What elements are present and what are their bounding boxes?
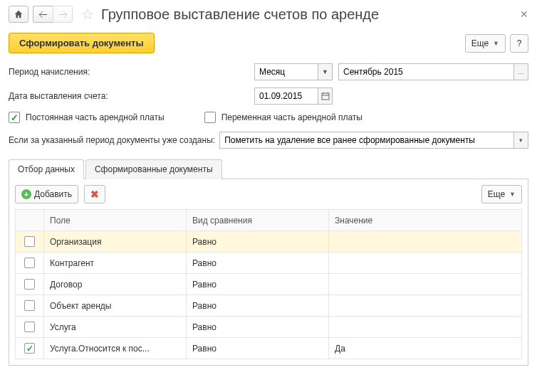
- period-type-dropdown[interactable]: ▼: [318, 63, 333, 80]
- col-checkbox: [16, 210, 44, 231]
- variable-part-label: Переменная часть арендной платы: [221, 112, 363, 122]
- row-checkbox[interactable]: [24, 279, 35, 290]
- date-label: Дата выставления счета:: [9, 91, 254, 101]
- row-checkbox[interactable]: [24, 236, 35, 247]
- period-type-input[interactable]: [254, 63, 318, 80]
- forward-button[interactable]: 🡢: [53, 6, 73, 23]
- cell-field[interactable]: Объект аренды: [44, 295, 187, 317]
- cell-compare[interactable]: Равно: [187, 274, 329, 295]
- table-row[interactable]: КонтрагентРавно: [16, 253, 522, 274]
- row-checkbox[interactable]: [24, 322, 35, 332]
- row-checkbox[interactable]: [24, 300, 35, 311]
- existing-docs-action-dropdown[interactable]: ▾: [514, 132, 528, 149]
- existing-docs-action-input[interactable]: [219, 132, 514, 149]
- cell-field[interactable]: Договор: [44, 274, 187, 295]
- row-checkbox[interactable]: [24, 258, 35, 268]
- generate-documents-button[interactable]: Сформировать документы: [9, 33, 155, 53]
- period-value-picker[interactable]: …: [514, 63, 528, 80]
- variable-part-checkbox[interactable]: [204, 112, 216, 123]
- table-row[interactable]: Объект арендыРавно: [16, 295, 522, 317]
- cell-value[interactable]: Да: [329, 338, 522, 359]
- cell-value[interactable]: [329, 253, 522, 274]
- existing-docs-label: Если за указанный период документы уже с…: [9, 135, 215, 145]
- col-value: Значение: [329, 210, 522, 231]
- help-button[interactable]: ?: [510, 34, 528, 53]
- panel-more-button[interactable]: Еще ▼: [481, 185, 522, 203]
- fixed-part-label: Постоянная часть арендной платы: [26, 112, 165, 122]
- table-row[interactable]: Услуга.Относится к пос...РавноДа: [16, 338, 522, 359]
- more-button[interactable]: Еще ▼: [465, 34, 506, 53]
- date-picker-button[interactable]: [318, 88, 333, 105]
- home-button[interactable]: [9, 6, 28, 23]
- cell-field[interactable]: Организация: [44, 231, 187, 253]
- table-row[interactable]: ДоговорРавно: [16, 274, 522, 295]
- cell-field[interactable]: Контрагент: [44, 253, 187, 274]
- panel-more-label: Еще: [488, 189, 505, 199]
- cell-field[interactable]: Услуга.Относится к пос...: [44, 338, 187, 359]
- close-icon[interactable]: ✕: [520, 9, 528, 20]
- add-button[interactable]: + Добавить: [15, 185, 78, 203]
- tab-generated[interactable]: Сформированные документы: [85, 159, 222, 179]
- page-title: Групповое выставление счетов по аренде: [101, 6, 379, 23]
- cell-value[interactable]: [329, 231, 522, 253]
- delete-button[interactable]: ✖: [84, 185, 105, 203]
- tab-filter[interactable]: Отбор данных: [9, 159, 84, 179]
- row-checkbox[interactable]: [24, 343, 35, 354]
- chevron-down-icon: ▼: [493, 40, 499, 47]
- delete-icon: ✖: [90, 189, 99, 200]
- cell-compare[interactable]: Равно: [187, 231, 329, 253]
- chevron-down-icon: ▼: [509, 191, 516, 198]
- more-label: Еще: [471, 38, 489, 48]
- date-input[interactable]: [254, 88, 318, 105]
- cell-compare[interactable]: Равно: [187, 253, 329, 274]
- back-button[interactable]: 🡠: [33, 6, 53, 23]
- col-compare: Вид сравнения: [187, 210, 329, 231]
- favorite-icon[interactable]: ☆: [81, 6, 94, 23]
- cell-compare[interactable]: Равно: [187, 317, 329, 338]
- svg-rect-0: [322, 93, 329, 100]
- cell-compare[interactable]: Равно: [187, 295, 329, 317]
- col-field: Поле: [44, 210, 187, 231]
- add-label: Добавить: [34, 189, 72, 199]
- cell-field[interactable]: Услуга: [44, 317, 187, 338]
- add-icon: +: [21, 189, 31, 199]
- cell-compare[interactable]: Равно: [187, 338, 329, 359]
- cell-value[interactable]: [329, 274, 522, 295]
- cell-value[interactable]: [329, 295, 522, 317]
- filter-table: Поле Вид сравнения Значение ОрганизацияР…: [15, 209, 522, 359]
- fixed-part-checkbox[interactable]: [9, 112, 20, 123]
- table-row[interactable]: ОрганизацияРавно: [16, 231, 522, 253]
- period-label: Период начисления:: [9, 67, 254, 77]
- table-row[interactable]: УслугаРавно: [16, 317, 522, 338]
- period-value-input[interactable]: [338, 63, 514, 80]
- cell-value[interactable]: [329, 317, 522, 338]
